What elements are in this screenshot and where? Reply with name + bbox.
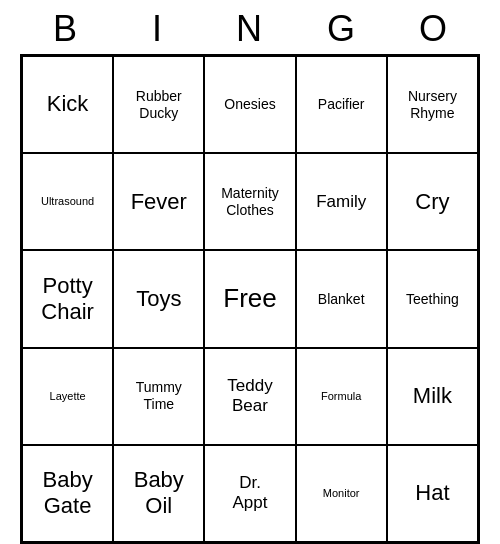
bingo-cell: Dr. Appt: [204, 445, 295, 542]
bingo-cell: Blanket: [296, 250, 387, 347]
cell-text: Teddy Bear: [227, 376, 272, 417]
cell-text: Cry: [415, 189, 449, 215]
cell-text: Teething: [406, 291, 459, 308]
cell-text: Baby Oil: [134, 467, 184, 520]
bingo-cell: Formula: [296, 348, 387, 445]
bingo-cell: Layette: [22, 348, 113, 445]
bingo-cell: Onesies: [204, 56, 295, 153]
bingo-cell: Teething: [387, 250, 478, 347]
bingo-cell: Hat: [387, 445, 478, 542]
cell-text: Tummy Time: [136, 379, 182, 413]
bingo-cell: Ultrasound: [22, 153, 113, 250]
cell-text: Fever: [131, 189, 187, 215]
header-letter: I: [112, 8, 204, 50]
cell-text: Hat: [415, 480, 449, 506]
cell-text: Milk: [413, 383, 452, 409]
bingo-cell: Tummy Time: [113, 348, 204, 445]
bingo-cell: Nursery Rhyme: [387, 56, 478, 153]
bingo-cell: Potty Chair: [22, 250, 113, 347]
header-letter: G: [296, 8, 388, 50]
header-letter: N: [204, 8, 296, 50]
cell-text: Blanket: [318, 291, 365, 308]
cell-text: Pacifier: [318, 96, 365, 113]
bingo-cell: Toys: [113, 250, 204, 347]
cell-text: Family: [316, 192, 366, 212]
bingo-cell: Rubber Ducky: [113, 56, 204, 153]
header-letter: O: [388, 8, 480, 50]
cell-text: Toys: [136, 286, 181, 312]
bingo-cell: Teddy Bear: [204, 348, 295, 445]
cell-text: Formula: [321, 390, 361, 403]
bingo-cell: Pacifier: [296, 56, 387, 153]
bingo-cell: Kick: [22, 56, 113, 153]
bingo-cell: Baby Oil: [113, 445, 204, 542]
bingo-cell: Maternity Clothes: [204, 153, 295, 250]
cell-text: Kick: [47, 91, 89, 117]
cell-text: Nursery Rhyme: [408, 88, 457, 122]
header-letter: B: [20, 8, 112, 50]
bingo-cell: Baby Gate: [22, 445, 113, 542]
cell-text: Potty Chair: [41, 273, 94, 326]
bingo-cell: Free: [204, 250, 295, 347]
bingo-cell: Cry: [387, 153, 478, 250]
cell-text: Dr. Appt: [233, 473, 268, 514]
cell-text: Baby Gate: [43, 467, 93, 520]
bingo-cell: Monitor: [296, 445, 387, 542]
cell-text: Ultrasound: [41, 195, 94, 208]
bingo-cell: Milk: [387, 348, 478, 445]
cell-text: Layette: [50, 390, 86, 403]
cell-text: Maternity Clothes: [221, 185, 279, 219]
cell-text: Monitor: [323, 487, 360, 500]
bingo-cell: Fever: [113, 153, 204, 250]
bingo-grid: KickRubber DuckyOnesiesPacifierNursery R…: [20, 54, 480, 544]
cell-text: Rubber Ducky: [136, 88, 182, 122]
bingo-cell: Family: [296, 153, 387, 250]
bingo-header: BINGO: [20, 8, 480, 50]
cell-text: Onesies: [224, 96, 275, 113]
cell-text: Free: [223, 283, 276, 314]
